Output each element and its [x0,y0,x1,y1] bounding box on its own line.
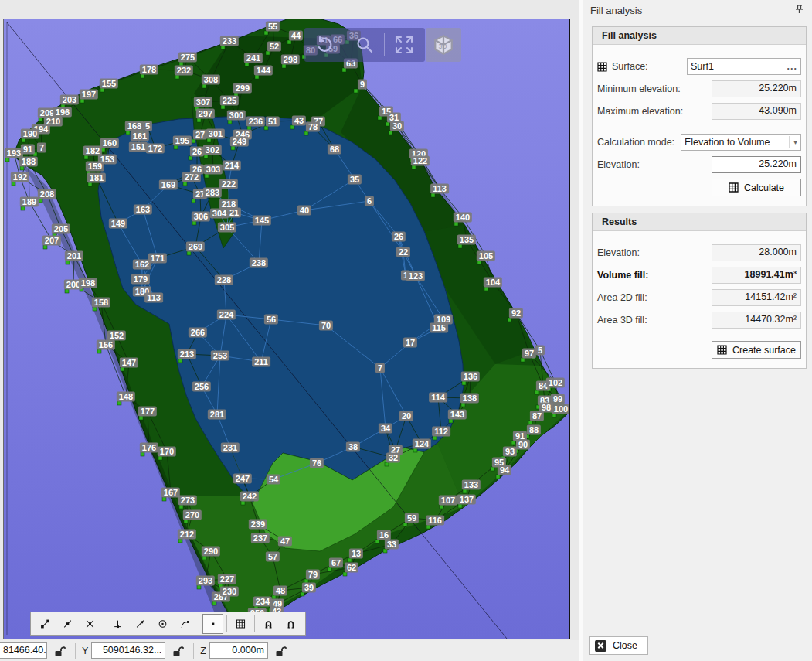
point-label: 135 [457,235,476,245]
point-label: 67 [329,558,343,568]
nearest-snap-icon [135,617,145,631]
point-label: 195 [173,136,192,146]
panel-title-bar: Fill analysis [583,0,812,20]
midpoint-snap-button[interactable] [57,614,78,634]
point-label: 93 [503,447,517,457]
x-lock-icon[interactable] [53,645,66,657]
tangent-snap-button[interactable] [175,614,195,634]
calculate-button[interactable]: Calculate [712,179,801,196]
elevation-input[interactable]: 25.220m [712,156,801,173]
point-label: 26 [392,232,406,242]
max-elevation-value: 43.090m [712,103,801,120]
point-label: 238 [250,258,268,268]
snap-on-button[interactable] [280,614,301,634]
point-label: 222 [219,179,238,189]
point-label: 115 [430,323,448,333]
center-snap-button[interactable] [152,614,173,634]
3d-viewport[interactable]: 5544527166805936639298241233275232178144… [3,19,570,639]
point-label: 167 [161,488,180,498]
snap-off-button[interactable] [258,614,279,634]
point-label: 155 [100,79,118,89]
min-elevation-value: 25.220m [712,80,801,97]
point-label: 172 [146,144,165,154]
point-label: 207 [42,236,61,246]
point-label: 91 [21,145,35,155]
point-label: 5 [535,346,545,356]
orbit-button[interactable] [309,29,341,60]
fit-view-button[interactable] [388,29,420,60]
point-label: 100 [552,404,570,414]
orbit-icon [314,34,336,56]
point-label: 239 [249,520,267,530]
nearest-snap-button[interactable] [130,614,151,634]
view-nav-toolbar [304,28,425,62]
result-area2d-value: 14151.42m² [712,289,801,306]
close-button[interactable]: Close [589,636,648,655]
groupbox-title: Fill analysis [593,27,806,45]
snap-off-icon [263,617,273,631]
point-snap-button[interactable] [202,614,223,634]
endpoint-snap-icon [40,617,50,631]
z-lock-icon[interactable] [274,645,287,657]
endpoint-snap-button[interactable] [35,614,56,634]
point-label: 170 [158,447,176,457]
perpendicular-snap-button[interactable] [107,614,128,634]
point-label: 32 [386,453,400,463]
point-label: 56 [264,315,278,325]
browse-surface-button[interactable]: ... [787,60,797,73]
grid-snap-button[interactable] [230,614,251,634]
y-lock-icon[interactable] [172,645,184,657]
point-label: 107 [439,496,457,506]
calc-mode-value: Elevation to Volume [685,137,770,148]
point-label: 79 [306,570,320,580]
point-label: 114 [429,393,447,403]
point-label: 298 [281,55,300,65]
surface-input[interactable]: Surf1 ... [687,58,801,75]
view-cube-area: 3D [426,28,461,62]
point-label: 44 [289,31,303,41]
point-label: 22 [396,247,410,257]
result-area3d-label: Area 3D fill: [597,315,647,325]
point-label: 273 [178,496,197,506]
z-label: Z [200,646,206,656]
point-label: 9 [358,80,367,90]
point-label: 189 [20,197,39,207]
point-label: 253 [211,351,229,361]
point-label: 233 [220,36,239,46]
point-label: 190 [21,129,39,139]
result-area2d-label: Area 2D fill: [597,292,647,303]
point-label: 55 [266,22,280,32]
point-label: 171 [148,254,167,264]
point-label: 305 [218,223,236,233]
point-label: 57 [266,552,280,562]
point-label: 123 [406,271,425,281]
zoom-button[interactable] [348,29,381,60]
view-cube-button[interactable]: 3D [427,29,460,60]
point-label: 156 [97,340,115,350]
calc-mode-dropdown[interactable]: Elevation to Volume ▾ [681,134,801,151]
point-label: 266 [189,328,207,338]
point-label: 270 [183,510,202,520]
surface-grid-icon [717,345,727,355]
intersection-snap-button[interactable] [80,614,100,634]
point-label: 203 [60,95,79,105]
point-label: 306 [192,212,210,222]
pin-icon[interactable] [794,4,804,16]
point-label: 181 [87,173,106,183]
perpendicular-snap-icon [113,617,123,631]
point-label: 97 [522,349,536,359]
point-label: 88 [527,425,541,435]
point-label: 59 [405,513,419,523]
point-label: 148 [117,392,135,402]
x-coordinate-input[interactable]: 81466.40... [0,642,47,659]
point-label: 168 [125,121,144,131]
point-label: 136 [461,372,480,382]
create-surface-button[interactable]: Create surface [712,341,801,359]
point-label: 33 [385,540,399,550]
point-label: 197 [80,90,98,100]
y-coordinate-input[interactable]: 5090146.32... [91,642,165,659]
z-coordinate-input[interactable]: 0.000m [209,642,268,659]
point-label: 27 [193,130,207,140]
result-area3d-value: 14470.32m² [712,312,801,329]
point-label: 283 [203,188,222,198]
